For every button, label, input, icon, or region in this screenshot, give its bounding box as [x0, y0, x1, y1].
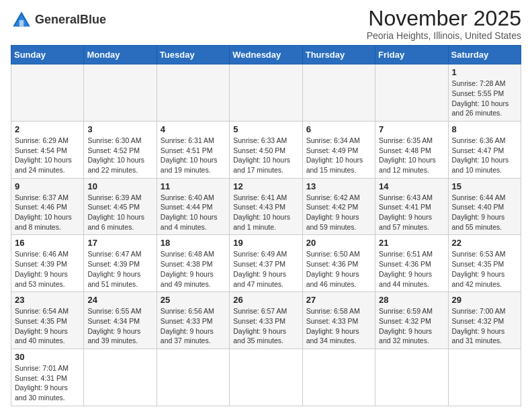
day-info: Sunrise: 6:49 AM Sunset: 4:37 PM Dayligh…: [233, 249, 298, 289]
day-number: 19: [233, 238, 298, 248]
calendar-day-cell: 16Sunrise: 6:46 AM Sunset: 4:39 PM Dayli…: [11, 235, 84, 292]
calendar-day-cell: 22Sunrise: 6:53 AM Sunset: 4:35 PM Dayli…: [448, 235, 521, 292]
calendar-day-cell: [84, 64, 157, 122]
calendar-day-cell: 19Sunrise: 6:49 AM Sunset: 4:37 PM Dayli…: [230, 235, 302, 292]
day-number: 16: [15, 238, 80, 248]
calendar-day-cell: 24Sunrise: 6:55 AM Sunset: 4:34 PM Dayli…: [84, 292, 157, 349]
calendar-day-cell: 27Sunrise: 6:58 AM Sunset: 4:33 PM Dayli…: [302, 292, 375, 349]
calendar-day-cell: 21Sunrise: 6:51 AM Sunset: 4:36 PM Dayli…: [375, 235, 448, 292]
calendar-day-cell: 20Sunrise: 6:50 AM Sunset: 4:36 PM Dayli…: [302, 235, 375, 292]
day-info: Sunrise: 6:44 AM Sunset: 4:40 PM Dayligh…: [452, 193, 517, 232]
calendar-header-row: SundayMondayTuesdayWednesdayThursdayFrid…: [11, 46, 521, 64]
day-number: 24: [87, 295, 152, 305]
calendar-day-cell: [157, 349, 229, 406]
day-info: Sunrise: 6:36 AM Sunset: 4:47 PM Dayligh…: [452, 136, 517, 175]
day-info: Sunrise: 7:01 AM Sunset: 4:31 PM Dayligh…: [15, 363, 80, 403]
calendar-table: SundayMondayTuesdayWednesdayThursdayFrid…: [11, 45, 521, 406]
day-number: 28: [379, 295, 444, 305]
calendar-day-header: Monday: [84, 46, 157, 64]
day-info: Sunrise: 6:41 AM Sunset: 4:43 PM Dayligh…: [233, 193, 298, 232]
day-number: 25: [161, 295, 226, 305]
calendar-title: November 2025: [367, 7, 521, 30]
day-number: 5: [233, 124, 298, 134]
day-info: Sunrise: 6:59 AM Sunset: 4:32 PM Dayligh…: [379, 306, 444, 346]
day-number: 14: [379, 181, 444, 191]
calendar-day-cell: 26Sunrise: 6:57 AM Sunset: 4:33 PM Dayli…: [230, 292, 302, 349]
calendar-day-cell: [375, 64, 448, 122]
day-number: 11: [161, 181, 226, 191]
day-info: Sunrise: 7:28 AM Sunset: 5:55 PM Dayligh…: [452, 79, 517, 118]
logo-regular: General: [35, 13, 80, 26]
calendar-day-cell: [11, 64, 84, 122]
calendar-day-header: Saturday: [448, 46, 521, 64]
day-info: Sunrise: 6:58 AM Sunset: 4:33 PM Dayligh…: [306, 306, 371, 346]
calendar-day-cell: [302, 64, 375, 122]
calendar-day-cell: 28Sunrise: 6:59 AM Sunset: 4:32 PM Dayli…: [375, 292, 448, 349]
calendar-day-header: Friday: [375, 46, 448, 64]
day-number: 8: [452, 124, 517, 134]
day-info: Sunrise: 6:46 AM Sunset: 4:39 PM Dayligh…: [15, 249, 80, 289]
page: GeneralBlue November 2025 Peoria Heights…: [0, 0, 532, 411]
day-info: Sunrise: 6:57 AM Sunset: 4:33 PM Dayligh…: [233, 306, 298, 346]
calendar-day-cell: [230, 64, 302, 122]
day-info: Sunrise: 6:42 AM Sunset: 4:42 PM Dayligh…: [306, 193, 371, 232]
logo-bold: Blue: [80, 13, 106, 26]
day-number: 10: [87, 181, 152, 191]
logo-text: GeneralBlue: [35, 13, 106, 27]
calendar-day-cell: 2Sunrise: 6:29 AM Sunset: 4:54 PM Daylig…: [11, 121, 84, 178]
day-number: 2: [15, 124, 80, 134]
day-info: Sunrise: 6:48 AM Sunset: 4:38 PM Dayligh…: [161, 249, 226, 289]
logo: GeneralBlue: [11, 7, 106, 31]
day-info: Sunrise: 6:29 AM Sunset: 4:54 PM Dayligh…: [15, 136, 80, 175]
calendar-day-cell: 11Sunrise: 6:40 AM Sunset: 4:44 PM Dayli…: [157, 178, 229, 235]
day-info: Sunrise: 6:34 AM Sunset: 4:49 PM Dayligh…: [306, 136, 371, 175]
day-number: 7: [379, 124, 444, 134]
day-number: 30: [15, 352, 80, 362]
day-info: Sunrise: 6:54 AM Sunset: 4:35 PM Dayligh…: [15, 306, 80, 346]
day-number: 17: [87, 238, 152, 248]
calendar-day-cell: [448, 349, 521, 406]
day-info: Sunrise: 6:40 AM Sunset: 4:44 PM Dayligh…: [161, 193, 226, 232]
calendar-day-cell: 1Sunrise: 7:28 AM Sunset: 5:55 PM Daylig…: [448, 64, 521, 122]
day-number: 27: [306, 295, 371, 305]
calendar-day-cell: 29Sunrise: 7:00 AM Sunset: 4:32 PM Dayli…: [448, 292, 521, 349]
day-number: 1: [452, 67, 517, 77]
day-number: 15: [452, 181, 517, 191]
header: GeneralBlue November 2025 Peoria Heights…: [11, 7, 521, 41]
day-number: 20: [306, 238, 371, 248]
calendar-week-row: 1Sunrise: 7:28 AM Sunset: 5:55 PM Daylig…: [11, 64, 521, 122]
calendar-day-cell: 4Sunrise: 6:31 AM Sunset: 4:51 PM Daylig…: [157, 121, 229, 178]
day-info: Sunrise: 6:35 AM Sunset: 4:48 PM Dayligh…: [379, 136, 444, 175]
calendar-day-cell: 9Sunrise: 6:37 AM Sunset: 4:46 PM Daylig…: [11, 178, 84, 235]
calendar-day-cell: 8Sunrise: 6:36 AM Sunset: 4:47 PM Daylig…: [448, 121, 521, 178]
calendar-week-row: 23Sunrise: 6:54 AM Sunset: 4:35 PM Dayli…: [11, 292, 521, 349]
calendar-day-header: Tuesday: [157, 46, 229, 64]
day-number: 29: [452, 295, 517, 305]
day-info: Sunrise: 6:30 AM Sunset: 4:52 PM Dayligh…: [87, 136, 152, 175]
calendar-day-cell: [302, 349, 375, 406]
day-info: Sunrise: 6:56 AM Sunset: 4:33 PM Dayligh…: [161, 306, 226, 346]
calendar-day-cell: 7Sunrise: 6:35 AM Sunset: 4:48 PM Daylig…: [375, 121, 448, 178]
calendar-day-cell: 13Sunrise: 6:42 AM Sunset: 4:42 PM Dayli…: [302, 178, 375, 235]
day-info: Sunrise: 6:33 AM Sunset: 4:50 PM Dayligh…: [233, 136, 298, 175]
logo-icon: [11, 9, 32, 31]
day-info: Sunrise: 6:55 AM Sunset: 4:34 PM Dayligh…: [87, 306, 152, 346]
day-info: Sunrise: 6:37 AM Sunset: 4:46 PM Dayligh…: [15, 193, 80, 232]
calendar-day-header: Sunday: [11, 46, 84, 64]
day-info: Sunrise: 6:50 AM Sunset: 4:36 PM Dayligh…: [306, 249, 371, 289]
calendar-day-header: Wednesday: [230, 46, 302, 64]
day-info: Sunrise: 6:51 AM Sunset: 4:36 PM Dayligh…: [379, 249, 444, 289]
calendar-day-cell: 12Sunrise: 6:41 AM Sunset: 4:43 PM Dayli…: [230, 178, 302, 235]
day-number: 23: [15, 295, 80, 305]
day-info: Sunrise: 7:00 AM Sunset: 4:32 PM Dayligh…: [452, 306, 517, 346]
calendar-day-cell: 14Sunrise: 6:43 AM Sunset: 4:41 PM Dayli…: [375, 178, 448, 235]
day-number: 26: [233, 295, 298, 305]
day-number: 22: [452, 238, 517, 248]
day-info: Sunrise: 6:31 AM Sunset: 4:51 PM Dayligh…: [161, 136, 226, 175]
calendar-day-cell: 15Sunrise: 6:44 AM Sunset: 4:40 PM Dayli…: [448, 178, 521, 235]
day-number: 18: [161, 238, 226, 248]
calendar-day-cell: [84, 349, 157, 406]
calendar-week-row: 9Sunrise: 6:37 AM Sunset: 4:46 PM Daylig…: [11, 178, 521, 235]
calendar-day-cell: 5Sunrise: 6:33 AM Sunset: 4:50 PM Daylig…: [230, 121, 302, 178]
day-info: Sunrise: 6:47 AM Sunset: 4:39 PM Dayligh…: [87, 249, 152, 289]
